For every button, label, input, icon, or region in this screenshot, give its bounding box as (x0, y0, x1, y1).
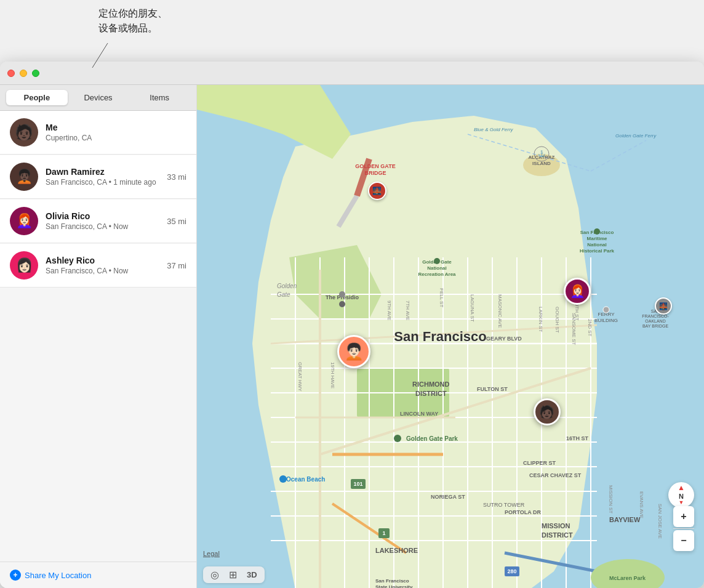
svg-text:Maritime: Maritime (587, 236, 607, 241)
person-distance-dawn: 33 mi (167, 172, 186, 182)
avatar-dawn: 🧑🏿‍🦱 (10, 163, 38, 191)
legal-link[interactable]: Legal (203, 550, 220, 557)
map-background: GEARY BLVD LINCOLN WAY FULTON ST NORIEGA… (197, 85, 704, 588)
map-bottom-bar: ◎ ⊞ 3D (203, 566, 265, 583)
avatar-ashley: 👩🏻 (10, 251, 38, 280)
map-pin-ashley[interactable]: 🧑🏿 (534, 398, 561, 425)
tab-people[interactable]: People (6, 90, 68, 105)
svg-text:9TH AVE: 9TH AVE (386, 300, 392, 320)
svg-text:Golden Gate Park: Golden Gate Park (406, 435, 458, 442)
svg-text:GEARY BLVD: GEARY BLVD (486, 336, 522, 342)
pin-avatar-ashley: 🧑🏿 (534, 398, 561, 425)
svg-text:McLaren Park: McLaren Park (609, 575, 646, 581)
svg-text:FELL ST: FELL ST (439, 288, 444, 307)
compass-widget[interactable]: ▲ N ▼ (668, 482, 694, 508)
titlebar (0, 62, 704, 85)
map-pin-dawn[interactable]: 🧑🏻‍🦱 (337, 335, 370, 368)
zoom-in-button[interactable]: + (673, 506, 694, 527)
map-pin-ggb: 🌉 (368, 182, 386, 200)
3d-button[interactable]: 3D (247, 570, 257, 579)
svg-text:Blue & Gold Ferry: Blue & Gold Ferry (474, 127, 514, 132)
tooltip-line1: 定位你的朋友、 (98, 6, 167, 21)
person-dawn[interactable]: 🧑🏿‍🦱 Dawn Ramirez San Francisco, CA • 1 … (0, 155, 196, 199)
svg-text:GOLDEN GATE: GOLDEN GATE (355, 163, 395, 169)
svg-text:16TH ST: 16TH ST (566, 435, 589, 441)
location-button[interactable]: ◎ (210, 569, 219, 581)
baybridge-pin-icon: 🌉 (655, 297, 672, 315)
pin-avatar-olivia: 👩🏻‍🦰 (564, 278, 591, 305)
svg-text:LINCOLN WAY: LINCOLN WAY (400, 411, 438, 417)
person-info-ashley: Ashley Rico San Francisco, CA • Now (46, 256, 162, 275)
svg-text:GREAT HWY: GREAT HWY (297, 362, 303, 392)
svg-marker-2 (252, 116, 597, 588)
fullscreen-button[interactable] (32, 70, 39, 77)
svg-text:Golden: Golden (277, 283, 297, 289)
avatar-me: 🧑🏿 (10, 118, 38, 147)
share-location-icon: + (10, 570, 21, 581)
person-info-olivia: Olivia Rico San Francisco, CA • Now (46, 211, 162, 231)
svg-text:LARKIN ST: LARKIN ST (538, 307, 543, 332)
svg-text:DISTRICT: DISTRICT (542, 531, 573, 539)
tab-items[interactable]: Items (129, 90, 190, 105)
svg-point-107 (434, 258, 440, 264)
svg-text:GOUGH ST: GOUGH ST (554, 307, 560, 333)
svg-text:BAY BRIDGE: BAY BRIDGE (642, 324, 668, 328)
tooltip-line2: 设备或物品。 (98, 21, 167, 36)
map-type-button[interactable]: ⊞ (229, 569, 237, 581)
svg-text:CESAR CHAVEZ ST: CESAR CHAVEZ ST (529, 472, 582, 478)
svg-text:MISSION ST: MISSION ST (608, 485, 614, 513)
svg-text:BRIDGE: BRIDGE (364, 170, 386, 176)
svg-point-103 (594, 228, 600, 235)
svg-text:7TH AVE: 7TH AVE (405, 300, 410, 320)
svg-point-114 (339, 301, 345, 307)
person-location-me: Cupertino, CA (46, 134, 186, 142)
svg-text:EVANS AVE: EVANS AVE (639, 491, 644, 518)
svg-point-82 (279, 475, 287, 483)
svg-text:9TH ST: 9TH ST (574, 304, 580, 321)
minimize-button[interactable] (20, 70, 27, 77)
svg-text:280: 280 (507, 568, 516, 574)
svg-text:LAKESHORE: LAKESHORE (375, 547, 418, 554)
people-list: 🧑🏿 Me Cupertino, CA 🧑🏿‍🦱 Dawn Ramirez Sa… (0, 111, 196, 562)
compass-display: ▲ N ▼ (678, 484, 685, 505)
svg-text:FULTON ST: FULTON ST (477, 386, 508, 392)
person-olivia[interactable]: 👩🏻‍🦰 Olivia Rico San Francisco, CA • Now… (0, 199, 196, 243)
map-area[interactable]: GEARY BLVD LINCOLN WAY FULTON ST NORIEGA… (197, 85, 704, 588)
tab-devices[interactable]: Devices (68, 90, 129, 105)
zoom-divider (673, 528, 694, 529)
svg-text:Gate: Gate (277, 291, 290, 298)
person-name-dawn: Dawn Ramirez (46, 167, 162, 177)
sidebar: People Devices Items 🧑🏿 Me Cupertino, CA… (0, 85, 197, 588)
person-info-me: Me Cupertino, CA (46, 123, 186, 142)
svg-text:State University: State University (375, 584, 413, 588)
svg-text:SAN JOSE AVE: SAN JOSE AVE (657, 504, 663, 539)
person-distance-olivia: 35 mi (167, 217, 186, 226)
svg-point-90 (603, 307, 609, 313)
share-location-button[interactable]: + Share My Location (0, 562, 196, 588)
svg-text:SUTRO TOWER: SUTRO TOWER (483, 502, 525, 508)
svg-text:BAYVIEW: BAYVIEW (609, 516, 641, 523)
share-location-label: Share My Location (25, 571, 91, 580)
svg-text:19TH HAVE: 19TH HAVE (330, 362, 335, 389)
map-pin-olivia[interactable]: 👩🏻‍🦰 (564, 278, 591, 305)
svg-point-109 (339, 291, 345, 297)
svg-text:Ocean Beach: Ocean Beach (286, 476, 325, 483)
svg-text:BUILDING: BUILDING (594, 318, 618, 323)
svg-text:MISSION: MISSION (542, 522, 570, 530)
person-name-ashley: Ashley Rico (46, 256, 162, 265)
zoom-out-button[interactable]: − (673, 530, 694, 551)
person-name-olivia: Olivia Rico (46, 211, 162, 221)
traffic-lights (7, 70, 39, 77)
person-ashley[interactable]: 👩🏻 Ashley Rico San Francisco, CA • Now 3… (0, 244, 196, 288)
svg-text:DISTRICT: DISTRICT (415, 390, 447, 397)
avatar-olivia: 👩🏻‍🦰 (10, 207, 38, 235)
tab-bar: People Devices Items (0, 85, 196, 111)
svg-point-111 (394, 435, 401, 442)
svg-text:NORIEGA ST: NORIEGA ST (431, 494, 465, 500)
person-me[interactable]: 🧑🏿 Me Cupertino, CA (0, 111, 196, 155)
close-button[interactable] (7, 70, 15, 77)
zoom-controls: + − (673, 506, 694, 551)
svg-text:Golden Gate Ferry: Golden Gate Ferry (615, 133, 657, 139)
svg-text:MASONIC AVE: MASONIC AVE (497, 294, 503, 328)
person-distance-ashley: 37 mi (167, 261, 186, 270)
